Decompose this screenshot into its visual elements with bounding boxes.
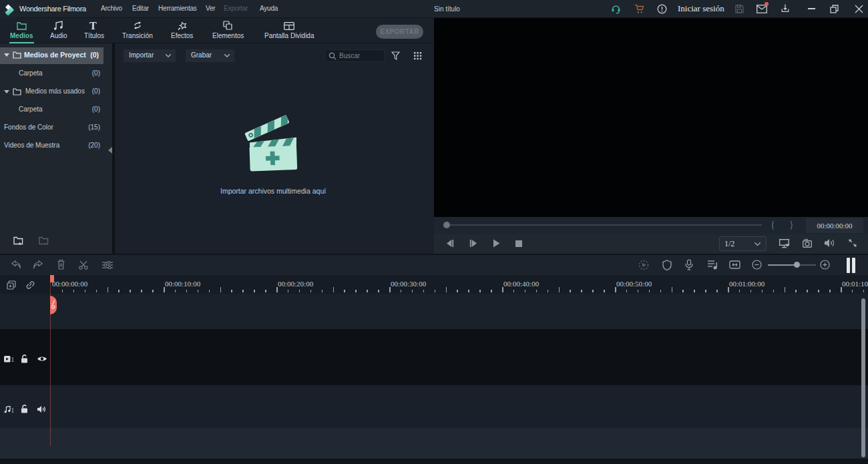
- svg-text:1: 1: [11, 357, 15, 363]
- svg-text:1: 1: [11, 407, 15, 414]
